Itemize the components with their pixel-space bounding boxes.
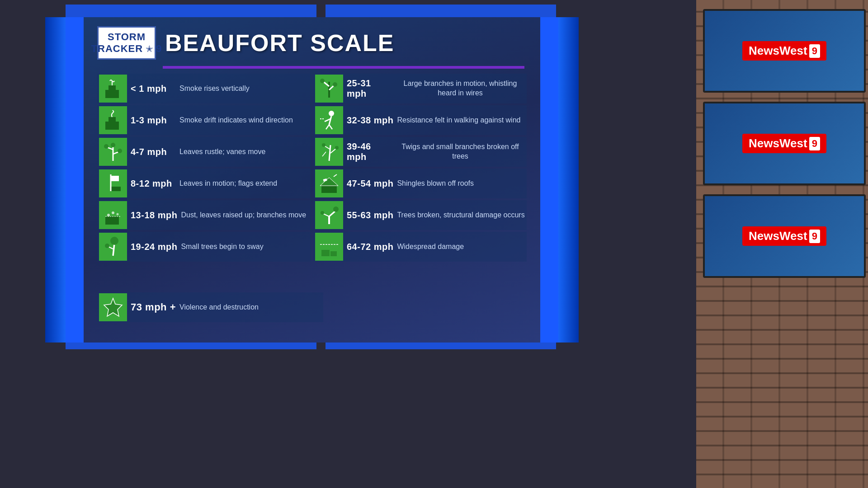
svg-point-41	[333, 206, 339, 212]
title-accent	[163, 66, 524, 69]
speed-3: 8-12 mph	[131, 178, 176, 189]
svg-rect-8	[105, 122, 119, 130]
beaufort-row-bottom: 73 mph + Violence and destruction	[97, 292, 323, 322]
desc-4: Dust, leaves raised up; branches move	[181, 211, 306, 220]
svg-marker-31	[320, 178, 338, 186]
blue-side-right	[540, 17, 558, 343]
svg-point-17	[104, 144, 108, 149]
accent-bar-top-right	[326, 5, 556, 17]
desc-1: Smoke drift indicates wind direction	[179, 116, 293, 125]
speed-2: 4-7 mph	[131, 147, 176, 157]
monitor-screen-2: NewsWest 9	[705, 103, 864, 183]
svg-rect-48	[321, 250, 330, 256]
svg-point-37	[117, 213, 119, 216]
svg-point-36	[112, 211, 114, 214]
right-monitors: NewsWest 9 NewsWest 9 NewsWest 9	[703, 9, 866, 278]
speed-1: 1-3 mph	[131, 115, 176, 126]
beaufort-row-2: 4-7 mph Leaves rustle; vanes move	[97, 137, 311, 167]
storm-tracker-logo: STORM TRACKER ✭ 9	[97, 26, 156, 60]
newswest-logo-3: NewsWest 9	[742, 226, 826, 246]
svg-rect-29	[111, 176, 119, 181]
speed-7: 39-46 mph	[347, 141, 392, 162]
svg-line-12	[326, 125, 329, 129]
accent-bar-top-left	[66, 5, 316, 17]
svg-line-46	[108, 247, 113, 249]
beaufort-row-7: 39-46 mph Twigs and small branches broke…	[313, 137, 527, 167]
svg-point-25	[335, 146, 339, 150]
svg-point-47	[105, 244, 109, 248]
speed-0: < 1 mph	[131, 84, 176, 94]
newswest-logo-2: NewsWest 9	[742, 134, 826, 153]
tracker-row: TRACKER ✭ 9	[91, 43, 162, 55]
svg-point-6	[320, 79, 325, 83]
newswest-text-2: NewsWest	[749, 136, 807, 150]
main-content: STORM TRACKER ✭ 9 BEAUFORT SCALE < 1 mph	[84, 17, 540, 343]
newswest-logo-1: NewsWest 9	[742, 41, 826, 61]
svg-rect-30	[321, 186, 337, 193]
monitor-1: NewsWest 9	[703, 9, 866, 93]
beaufort-row-6: 32-38 mph Resistance felt in walking aga…	[313, 105, 527, 135]
wind-icon-destruction	[99, 293, 127, 321]
svg-point-24	[322, 143, 326, 147]
beaufort-row-4: 13-18 mph Dust, leaves raised up; branch…	[97, 200, 311, 230]
desc-4b: Small trees begin to sway	[181, 242, 263, 252]
speed-10: 64-72 mph	[347, 242, 393, 252]
svg-rect-50	[330, 251, 337, 256]
speed-4: 13-18 mph	[131, 210, 177, 221]
newswest-text-1: NewsWest	[749, 44, 807, 58]
svg-rect-1	[108, 85, 116, 91]
speed-8: 47-54 mph	[347, 178, 393, 189]
svg-rect-0	[105, 90, 119, 98]
desc-10: Widespread damage	[397, 242, 464, 252]
wind-icon-roof	[315, 169, 343, 197]
star-icon: ✭	[146, 43, 153, 54]
wind-icon-flag	[99, 169, 127, 197]
svg-point-35	[107, 214, 110, 216]
desc-8: Shingles blown off roofs	[397, 179, 474, 188]
beaufort-row-5: 25-31 mph Large branches in motion, whis…	[313, 74, 527, 103]
wind-icon-branch	[315, 75, 343, 103]
desc-9: Trees broken, structural damage occurs	[397, 211, 524, 220]
beaufort-grid: < 1 mph Smoke rises vertically 25-31 mph…	[97, 74, 527, 262]
wind-icon-twigs	[315, 138, 343, 166]
svg-line-26	[322, 152, 326, 156]
desc-0: Smoke rises vertically	[179, 84, 250, 94]
beaufort-row-1: 1-3 mph Smoke drift indicates wind direc…	[97, 105, 311, 135]
svg-point-7	[333, 82, 337, 87]
svg-point-45	[110, 237, 118, 245]
svg-point-19	[118, 149, 122, 153]
svg-marker-49	[321, 245, 330, 250]
desc-7: Twigs and small branches broken off tree…	[396, 142, 525, 161]
svg-point-10	[329, 111, 334, 116]
wind-icon-widespread	[315, 233, 343, 261]
svg-marker-53	[104, 298, 122, 316]
beaufort-row-9: 55-63 mph Trees broken, structural damag…	[313, 200, 527, 230]
svg-line-23	[330, 149, 336, 153]
newswest-num-1: 9	[809, 44, 820, 58]
storm-text: STORM	[108, 31, 146, 43]
speed-9: 55-63 mph	[347, 210, 393, 221]
monitor-screen-1: NewsWest 9	[705, 11, 864, 91]
svg-rect-27	[111, 187, 121, 191]
beaufort-row-8: 47-54 mph Shingles blown off roofs	[313, 169, 527, 198]
newswest-num-3: 9	[809, 230, 820, 243]
wind-icon-smoke-drift	[99, 106, 127, 134]
beaufort-row-0: < 1 mph Smoke rises vertically	[97, 74, 311, 103]
svg-rect-9	[108, 117, 116, 122]
svg-line-42	[323, 214, 329, 216]
speed-5: 25-31 mph	[347, 78, 392, 99]
svg-line-11	[329, 116, 331, 125]
desc-5: Large branches in motion, whistling hear…	[396, 79, 525, 98]
svg-point-20	[111, 143, 115, 147]
beaufort-row-3: 8-12 mph Leaves in motion; flags extend	[97, 169, 311, 198]
speed-6: 32-38 mph	[347, 115, 393, 126]
desc-2: Leaves rustle; vanes move	[179, 147, 265, 157]
svg-rect-34	[105, 216, 119, 225]
speed-bottom: 73 mph +	[131, 301, 176, 313]
wind-icon-broken-tree	[315, 201, 343, 229]
desc-6: Resistance felt in walking against wind	[397, 116, 520, 125]
svg-line-13	[329, 125, 332, 129]
wind-icon-dust	[99, 201, 127, 229]
blue-glow-right	[556, 17, 579, 343]
wind-icon-tree-sway	[99, 233, 127, 261]
